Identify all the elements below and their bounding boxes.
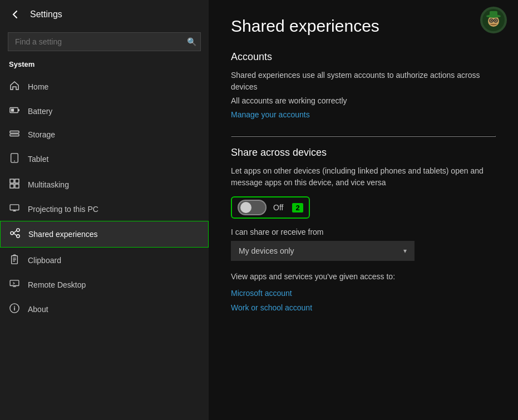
- share-from-label: I can share or receive from: [231, 228, 496, 236]
- sidebar-item-multitasking-label: Multitasking: [28, 180, 69, 189]
- svg-rect-1: [18, 109, 19, 111]
- nav-list: Home Battery Storage: [0, 74, 209, 420]
- share-section-title: Share across devices: [231, 147, 496, 159]
- svg-point-14: [17, 235, 19, 238]
- divider: [231, 136, 496, 137]
- svg-rect-8: [15, 179, 19, 183]
- sidebar: Settings 🔍 System Home Batte: [0, 0, 209, 420]
- sidebar-item-multitasking[interactable]: Multitasking: [0, 172, 209, 197]
- sidebar-item-remote-desktop[interactable]: Remote Desktop: [0, 273, 209, 297]
- svg-rect-16: [13, 258, 16, 258]
- storage-icon: [9, 130, 20, 140]
- battery-icon: [9, 106, 20, 116]
- annotation-badge-2: 2: [292, 203, 303, 213]
- share-section: Share across devices Let apps on other d…: [231, 147, 496, 261]
- shared-experiences-icon: [9, 228, 21, 240]
- sidebar-item-battery[interactable]: Battery: [0, 100, 209, 123]
- manage-accounts-link[interactable]: Manage your accounts: [231, 110, 310, 119]
- sidebar-item-tablet-label: Tablet: [28, 155, 48, 164]
- svg-rect-3: [10, 131, 19, 134]
- svg-rect-11: [10, 205, 19, 210]
- svg-rect-4: [10, 134, 19, 136]
- svg-point-12: [11, 231, 13, 234]
- sidebar-item-storage[interactable]: Storage: [0, 123, 209, 146]
- accounts-status: All accounts are working correctly: [231, 96, 496, 105]
- sidebar-item-shared-experiences[interactable]: Shared experiences 1: [0, 221, 209, 248]
- svg-rect-7: [10, 179, 14, 183]
- svg-rect-2: [11, 108, 14, 111]
- multitasking-icon: [9, 179, 20, 191]
- about-icon: [9, 303, 20, 315]
- svg-rect-10: [15, 184, 19, 188]
- accounts-description: Shared experiences use all system accoun…: [231, 70, 496, 93]
- sidebar-item-home[interactable]: Home: [0, 74, 209, 100]
- sidebar-item-projecting-label: Projecting to this PC: [28, 205, 98, 214]
- sidebar-item-battery-label: Battery: [28, 107, 52, 116]
- view-apps-label: View apps and services you've given acce…: [231, 272, 496, 281]
- toggle-track: [238, 200, 267, 215]
- svg-rect-18: [13, 261, 15, 261]
- page-title: Shared experiences: [231, 17, 496, 36]
- share-toggle[interactable]: [238, 200, 267, 215]
- svg-rect-17: [13, 259, 16, 260]
- work-school-account-link[interactable]: Work or school account: [231, 303, 496, 312]
- sidebar-item-remote-desktop-label: Remote Desktop: [28, 280, 86, 289]
- svg-point-21: [14, 306, 15, 307]
- system-label: System: [0, 57, 209, 74]
- share-dropdown[interactable]: My devices only ▾: [231, 241, 415, 261]
- toggle-thumb: [240, 202, 251, 213]
- main-content: Shared experiences Accounts Shared exper…: [209, 0, 518, 420]
- remote-desktop-icon: [9, 280, 20, 290]
- toggle-label: Off: [273, 203, 283, 212]
- accounts-section: Accounts Shared experiences use all syst…: [231, 51, 496, 132]
- search-input[interactable]: [8, 32, 201, 51]
- svg-point-29: [495, 20, 496, 21]
- sidebar-item-tablet[interactable]: Tablet: [0, 146, 209, 172]
- microsoft-account-link[interactable]: Microsoft account: [231, 289, 496, 298]
- clipboard-icon: [9, 254, 20, 266]
- sidebar-item-storage-label: Storage: [28, 130, 55, 139]
- avatar: [480, 7, 507, 33]
- svg-point-13: [17, 229, 19, 231]
- dropdown-value: My devices only: [239, 246, 294, 255]
- sidebar-item-about[interactable]: About: [0, 297, 209, 322]
- sidebar-item-home-label: Home: [28, 82, 48, 91]
- search-icon[interactable]: 🔍: [187, 37, 196, 46]
- sidebar-item-shared-experiences-label: Shared experiences: [28, 230, 98, 239]
- sidebar-item-clipboard[interactable]: Clipboard: [0, 248, 209, 273]
- accounts-section-title: Accounts: [231, 51, 496, 63]
- sidebar-item-about-label: About: [28, 305, 48, 314]
- svg-rect-25: [490, 11, 497, 17]
- svg-rect-9: [10, 184, 14, 188]
- avatar-area: [480, 7, 507, 33]
- home-icon: [9, 81, 20, 93]
- projecting-icon: [9, 204, 20, 214]
- toggle-row: Off 2: [231, 196, 496, 219]
- svg-point-28: [491, 20, 492, 21]
- tablet-icon: [9, 153, 20, 165]
- share-description: Let apps on other devices (including lin…: [231, 165, 496, 189]
- sidebar-item-projecting[interactable]: Projecting to this PC: [0, 197, 209, 221]
- chevron-down-icon: ▾: [403, 247, 407, 255]
- back-button[interactable]: [9, 8, 22, 21]
- sidebar-title: Settings: [30, 9, 62, 19]
- share-toggle-container: Off 2: [231, 196, 310, 219]
- search-box: 🔍: [8, 32, 201, 51]
- sidebar-header: Settings: [0, 0, 209, 29]
- svg-point-6: [14, 161, 15, 162]
- sidebar-item-clipboard-label: Clipboard: [28, 256, 61, 265]
